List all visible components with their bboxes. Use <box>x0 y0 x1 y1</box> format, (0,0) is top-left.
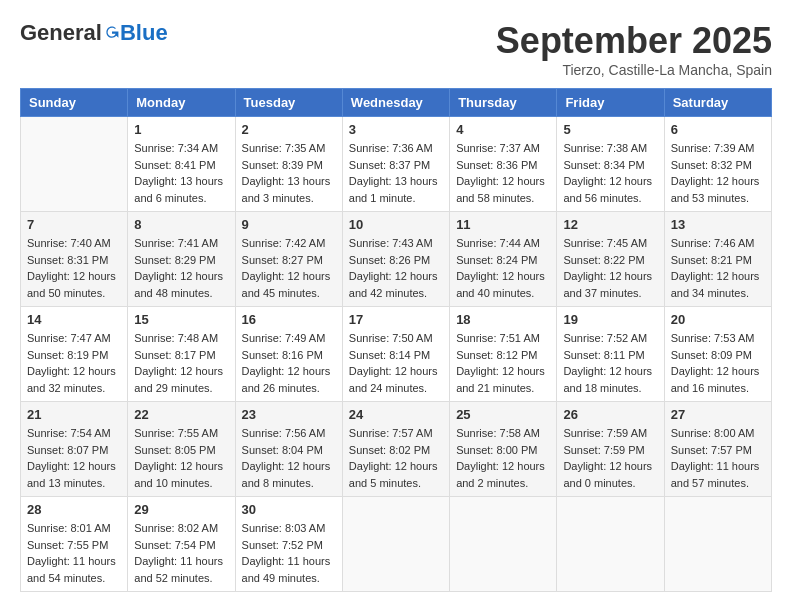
table-row: 28Sunrise: 8:01 AMSunset: 7:55 PMDayligh… <box>21 497 128 592</box>
logo-icon <box>104 25 120 41</box>
weekday-header-wednesday: Wednesday <box>342 89 449 117</box>
day-number: 1 <box>134 122 228 137</box>
table-row: 10Sunrise: 7:43 AMSunset: 8:26 PMDayligh… <box>342 212 449 307</box>
day-number: 20 <box>671 312 765 327</box>
table-row <box>557 497 664 592</box>
day-number: 14 <box>27 312 121 327</box>
weekday-header-tuesday: Tuesday <box>235 89 342 117</box>
day-info: Sunrise: 7:43 AMSunset: 8:26 PMDaylight:… <box>349 235 443 301</box>
table-row <box>450 497 557 592</box>
day-info: Sunrise: 7:39 AMSunset: 8:32 PMDaylight:… <box>671 140 765 206</box>
calendar-week-row: 7Sunrise: 7:40 AMSunset: 8:31 PMDaylight… <box>21 212 772 307</box>
day-number: 24 <box>349 407 443 422</box>
table-row: 25Sunrise: 7:58 AMSunset: 8:00 PMDayligh… <box>450 402 557 497</box>
day-info: Sunrise: 7:57 AMSunset: 8:02 PMDaylight:… <box>349 425 443 491</box>
day-info: Sunrise: 7:49 AMSunset: 8:16 PMDaylight:… <box>242 330 336 396</box>
day-number: 4 <box>456 122 550 137</box>
day-info: Sunrise: 8:00 AMSunset: 7:57 PMDaylight:… <box>671 425 765 491</box>
day-info: Sunrise: 7:35 AMSunset: 8:39 PMDaylight:… <box>242 140 336 206</box>
day-number: 17 <box>349 312 443 327</box>
table-row: 3Sunrise: 7:36 AMSunset: 8:37 PMDaylight… <box>342 117 449 212</box>
table-row: 26Sunrise: 7:59 AMSunset: 7:59 PMDayligh… <box>557 402 664 497</box>
table-row: 22Sunrise: 7:55 AMSunset: 8:05 PMDayligh… <box>128 402 235 497</box>
logo: General Blue <box>20 20 168 46</box>
day-info: Sunrise: 7:47 AMSunset: 8:19 PMDaylight:… <box>27 330 121 396</box>
day-number: 10 <box>349 217 443 232</box>
day-info: Sunrise: 7:55 AMSunset: 8:05 PMDaylight:… <box>134 425 228 491</box>
day-number: 8 <box>134 217 228 232</box>
day-number: 27 <box>671 407 765 422</box>
weekday-header-monday: Monday <box>128 89 235 117</box>
table-row: 19Sunrise: 7:52 AMSunset: 8:11 PMDayligh… <box>557 307 664 402</box>
day-number: 12 <box>563 217 657 232</box>
table-row: 18Sunrise: 7:51 AMSunset: 8:12 PMDayligh… <box>450 307 557 402</box>
day-number: 18 <box>456 312 550 327</box>
day-info: Sunrise: 7:44 AMSunset: 8:24 PMDaylight:… <box>456 235 550 301</box>
day-number: 28 <box>27 502 121 517</box>
table-row: 7Sunrise: 7:40 AMSunset: 8:31 PMDaylight… <box>21 212 128 307</box>
day-info: Sunrise: 7:53 AMSunset: 8:09 PMDaylight:… <box>671 330 765 396</box>
calendar: SundayMondayTuesdayWednesdayThursdayFrid… <box>20 88 772 592</box>
table-row: 5Sunrise: 7:38 AMSunset: 8:34 PMDaylight… <box>557 117 664 212</box>
calendar-week-row: 28Sunrise: 8:01 AMSunset: 7:55 PMDayligh… <box>21 497 772 592</box>
table-row: 27Sunrise: 8:00 AMSunset: 7:57 PMDayligh… <box>664 402 771 497</box>
day-number: 9 <box>242 217 336 232</box>
day-info: Sunrise: 7:45 AMSunset: 8:22 PMDaylight:… <box>563 235 657 301</box>
table-row: 9Sunrise: 7:42 AMSunset: 8:27 PMDaylight… <box>235 212 342 307</box>
table-row: 8Sunrise: 7:41 AMSunset: 8:29 PMDaylight… <box>128 212 235 307</box>
table-row: 16Sunrise: 7:49 AMSunset: 8:16 PMDayligh… <box>235 307 342 402</box>
day-number: 5 <box>563 122 657 137</box>
table-row: 13Sunrise: 7:46 AMSunset: 8:21 PMDayligh… <box>664 212 771 307</box>
calendar-week-row: 21Sunrise: 7:54 AMSunset: 8:07 PMDayligh… <box>21 402 772 497</box>
weekday-header-sunday: Sunday <box>21 89 128 117</box>
table-row: 14Sunrise: 7:47 AMSunset: 8:19 PMDayligh… <box>21 307 128 402</box>
day-info: Sunrise: 7:51 AMSunset: 8:12 PMDaylight:… <box>456 330 550 396</box>
day-number: 23 <box>242 407 336 422</box>
table-row: 12Sunrise: 7:45 AMSunset: 8:22 PMDayligh… <box>557 212 664 307</box>
day-number: 26 <box>563 407 657 422</box>
day-number: 3 <box>349 122 443 137</box>
calendar-week-row: 14Sunrise: 7:47 AMSunset: 8:19 PMDayligh… <box>21 307 772 402</box>
day-number: 30 <box>242 502 336 517</box>
table-row: 30Sunrise: 8:03 AMSunset: 7:52 PMDayligh… <box>235 497 342 592</box>
weekday-header-thursday: Thursday <box>450 89 557 117</box>
day-info: Sunrise: 8:01 AMSunset: 7:55 PMDaylight:… <box>27 520 121 586</box>
day-info: Sunrise: 7:37 AMSunset: 8:36 PMDaylight:… <box>456 140 550 206</box>
table-row: 2Sunrise: 7:35 AMSunset: 8:39 PMDaylight… <box>235 117 342 212</box>
table-row: 4Sunrise: 7:37 AMSunset: 8:36 PMDaylight… <box>450 117 557 212</box>
day-number: 25 <box>456 407 550 422</box>
table-row: 20Sunrise: 7:53 AMSunset: 8:09 PMDayligh… <box>664 307 771 402</box>
day-number: 15 <box>134 312 228 327</box>
day-number: 19 <box>563 312 657 327</box>
day-number: 29 <box>134 502 228 517</box>
day-info: Sunrise: 7:36 AMSunset: 8:37 PMDaylight:… <box>349 140 443 206</box>
day-info: Sunrise: 7:48 AMSunset: 8:17 PMDaylight:… <box>134 330 228 396</box>
table-row: 17Sunrise: 7:50 AMSunset: 8:14 PMDayligh… <box>342 307 449 402</box>
day-info: Sunrise: 7:46 AMSunset: 8:21 PMDaylight:… <box>671 235 765 301</box>
weekday-header-row: SundayMondayTuesdayWednesdayThursdayFrid… <box>21 89 772 117</box>
day-info: Sunrise: 7:41 AMSunset: 8:29 PMDaylight:… <box>134 235 228 301</box>
table-row: 29Sunrise: 8:02 AMSunset: 7:54 PMDayligh… <box>128 497 235 592</box>
day-info: Sunrise: 7:54 AMSunset: 8:07 PMDaylight:… <box>27 425 121 491</box>
day-number: 11 <box>456 217 550 232</box>
table-row: 23Sunrise: 7:56 AMSunset: 8:04 PMDayligh… <box>235 402 342 497</box>
table-row: 21Sunrise: 7:54 AMSunset: 8:07 PMDayligh… <box>21 402 128 497</box>
day-info: Sunrise: 7:42 AMSunset: 8:27 PMDaylight:… <box>242 235 336 301</box>
title-block: September 2025 Tierzo, Castille-La Manch… <box>496 20 772 78</box>
table-row: 24Sunrise: 7:57 AMSunset: 8:02 PMDayligh… <box>342 402 449 497</box>
table-row: 1Sunrise: 7:34 AMSunset: 8:41 PMDaylight… <box>128 117 235 212</box>
day-number: 13 <box>671 217 765 232</box>
logo-blue-text: Blue <box>120 20 168 46</box>
table-row: 15Sunrise: 7:48 AMSunset: 8:17 PMDayligh… <box>128 307 235 402</box>
table-row: 11Sunrise: 7:44 AMSunset: 8:24 PMDayligh… <box>450 212 557 307</box>
day-info: Sunrise: 7:58 AMSunset: 8:00 PMDaylight:… <box>456 425 550 491</box>
day-info: Sunrise: 7:59 AMSunset: 7:59 PMDaylight:… <box>563 425 657 491</box>
day-number: 6 <box>671 122 765 137</box>
weekday-header-friday: Friday <box>557 89 664 117</box>
weekday-header-saturday: Saturday <box>664 89 771 117</box>
day-info: Sunrise: 7:52 AMSunset: 8:11 PMDaylight:… <box>563 330 657 396</box>
day-info: Sunrise: 7:50 AMSunset: 8:14 PMDaylight:… <box>349 330 443 396</box>
day-number: 16 <box>242 312 336 327</box>
day-number: 21 <box>27 407 121 422</box>
calendar-week-row: 1Sunrise: 7:34 AMSunset: 8:41 PMDaylight… <box>21 117 772 212</box>
